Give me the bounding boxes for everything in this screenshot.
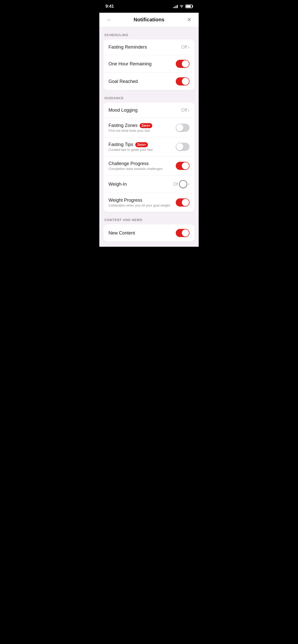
row-title-goal-reached: Goal Reached	[109, 79, 138, 84]
list-item: Goal Reached	[103, 73, 195, 90]
battery-icon	[185, 5, 193, 8]
page-title: Notifications	[133, 17, 164, 23]
signal-icon	[173, 5, 178, 8]
content-area: SCHEDULING Fasting Reminders Off › One H…	[99, 27, 199, 247]
list-item: Weight Progress Celebration when you hit…	[103, 193, 195, 212]
toggle-challenge-progress[interactable]	[176, 162, 189, 170]
toggle-new-content[interactable]	[176, 229, 189, 237]
list-item: One Hour Remaining	[103, 55, 195, 73]
section-label-content-and-news: CONTENT AND NEWS	[99, 212, 199, 224]
row-title-mood-logging: Mood Logging	[109, 108, 138, 113]
row-title-new-content: New Content	[109, 230, 135, 236]
back-button[interactable]: ←	[104, 16, 114, 24]
row-title-fasting-zones: Fasting Zones	[109, 123, 138, 128]
off-label-weigh-in: Of	[173, 182, 178, 187]
nav-bar: ← Notifications ✕	[99, 13, 199, 27]
list-item: Challenge Progress Completion stats towa…	[103, 156, 195, 175]
off-label-mood-logging: Off	[181, 108, 187, 113]
list-item: New Content	[103, 224, 195, 242]
toggle-weight-progress[interactable]	[176, 198, 189, 207]
row-subtitle-fasting-tips: Curated tips to guide your fast	[109, 148, 176, 152]
row-title-one-hour-remaining: One Hour Remaining	[109, 61, 152, 66]
status-icons	[173, 4, 193, 9]
scheduling-card: Fasting Reminders Off › One Hour Remaini…	[103, 39, 195, 90]
list-item: Fasting Reminders Off ›	[103, 39, 195, 55]
status-time: 9:41	[105, 4, 114, 9]
chevron-icon: ›	[188, 182, 189, 186]
row-subtitle-challenge-progress: Completion stats towards challenges	[109, 167, 176, 171]
toggle-fasting-tips[interactable]	[176, 143, 189, 151]
toggle-goal-reached[interactable]	[176, 77, 189, 85]
list-item: Weigh-In Of ›	[103, 175, 195, 193]
row-title-fasting-reminders: Fasting Reminders	[109, 45, 147, 50]
wifi-icon	[179, 4, 184, 9]
section-label-guidance: GUIDANCE	[99, 90, 199, 103]
row-subtitle-weight-progress: Celebration when you hit your goal weigh…	[109, 203, 176, 207]
list-item: Fasting Zones Zero+ Find out what fuels …	[103, 118, 195, 137]
list-item: Mood Logging Off ›	[103, 103, 195, 118]
chevron-icon: ›	[188, 45, 189, 50]
row-title-weigh-in: Weigh-In	[109, 182, 127, 187]
off-label-fasting-reminders: Off	[181, 45, 187, 50]
zero-plus-badge-fasting-zones: Zero+	[140, 123, 152, 128]
guidance-card: Mood Logging Off › Fasting Zones Zero+ F…	[103, 103, 195, 212]
toggle-fasting-zones[interactable]	[176, 124, 189, 132]
list-item: Fasting Tips Zero+ Curated tips to guide…	[103, 137, 195, 156]
phone-frame: 9:41 ← Notifications ✕	[99, 0, 199, 247]
row-subtitle-fasting-zones: Find out what fuels your fast	[109, 129, 176, 133]
row-title-fasting-tips: Fasting Tips	[109, 142, 133, 147]
content-news-card: New Content	[103, 224, 195, 242]
section-label-scheduling: SCHEDULING	[99, 27, 199, 39]
toggle-weigh-in[interactable]	[179, 180, 187, 188]
chevron-icon: ›	[188, 108, 189, 113]
close-button[interactable]: ✕	[185, 16, 194, 24]
toggle-one-hour-remaining[interactable]	[176, 60, 189, 68]
row-title-weight-progress: Weight Progress	[109, 198, 142, 203]
row-title-challenge-progress: Challenge Progress	[109, 161, 149, 166]
status-bar: 9:41	[99, 0, 199, 13]
zero-plus-badge-fasting-tips: Zero+	[135, 142, 148, 147]
